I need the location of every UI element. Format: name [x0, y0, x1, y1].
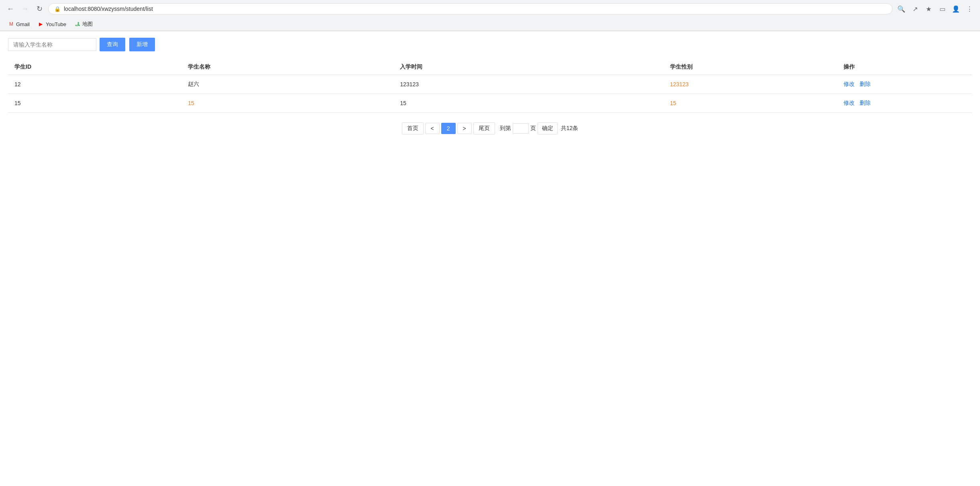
delete-link-1[interactable]: 删除 [860, 81, 871, 87]
browser-toolbar: ← → ↻ 🔒 localhost:8080/xwzyssm/student/l… [0, 0, 980, 18]
table-row: 12 赵六 123123 123123 修改 删除 [8, 75, 972, 94]
first-page-button[interactable]: 首页 [402, 122, 424, 134]
last-page-button[interactable]: 尾页 [473, 122, 495, 134]
cell-name-2: 15 [181, 94, 393, 113]
maps-icon: 🏞 [74, 21, 81, 27]
edit-link-2[interactable]: 修改 [843, 100, 855, 106]
bookmark-youtube[interactable]: ▶ YouTube [35, 20, 69, 28]
bookmark-button[interactable]: ★ [923, 3, 934, 14]
col-header-name: 学生名称 [181, 59, 393, 75]
youtube-icon: ▶ [38, 21, 44, 27]
add-button[interactable]: 新增 [129, 38, 155, 51]
col-header-action: 操作 [837, 59, 972, 75]
search-bar: 查询 新增 [8, 38, 972, 51]
cell-id-1: 12 [8, 75, 181, 94]
cell-time-2: 15 [393, 94, 663, 113]
url-text: localhost:8080/xwzyssm/student/list [64, 6, 153, 12]
total-count: 共12条 [561, 125, 579, 132]
search-input[interactable] [8, 38, 96, 51]
cell-action-2: 修改 删除 [837, 94, 972, 113]
goto-confirm-button[interactable]: 确定 [538, 122, 558, 134]
table-header-row: 学生ID 学生名称 入学时间 学生性别 操作 [8, 59, 972, 75]
current-page-button[interactable]: 2 [441, 123, 456, 134]
split-screen-button[interactable]: ▭ [937, 3, 948, 14]
next-page-button[interactable]: > [457, 123, 472, 134]
address-bar[interactable]: 🔒 localhost:8080/xwzyssm/student/list [48, 3, 892, 14]
gmail-icon: M [8, 21, 14, 27]
profile-button[interactable]: 👤 [950, 3, 962, 14]
menu-button[interactable]: ⋮ [964, 3, 975, 14]
lock-icon: 🔒 [54, 6, 61, 12]
back-button[interactable]: ← [5, 3, 16, 14]
browser-chrome: ← → ↻ 🔒 localhost:8080/xwzyssm/student/l… [0, 0, 980, 31]
bookmark-gmail[interactable]: M Gmail [5, 20, 33, 28]
prev-page-button[interactable]: < [425, 123, 440, 134]
page-content: 查询 新增 学生ID 学生名称 入学时间 学生性别 操作 12 赵六 12312… [0, 31, 980, 141]
query-button[interactable]: 查询 [100, 38, 125, 51]
forward-button[interactable]: → [19, 3, 31, 14]
pagination: 首页 < 2 > 尾页 到第 页 确定 共12条 [8, 122, 972, 134]
table-row: 15 15 15 15 修改 删除 [8, 94, 972, 113]
cell-name-1: 赵六 [181, 75, 393, 94]
cell-action-1: 修改 删除 [837, 75, 972, 94]
cell-gender-1: 123123 [664, 75, 837, 94]
bookmarks-bar: M Gmail ▶ YouTube 🏞 地图 [0, 18, 980, 31]
goto-page: 到第 页 确定 共12条 [500, 122, 579, 134]
cell-time-1: 123123 [393, 75, 663, 94]
bookmark-gmail-label: Gmail [16, 21, 30, 27]
goto-suffix: 页 [530, 125, 536, 132]
data-table: 学生ID 学生名称 入学时间 学生性别 操作 12 赵六 123123 1231… [8, 59, 972, 113]
share-button[interactable]: ↗ [909, 3, 921, 14]
goto-input[interactable] [513, 123, 529, 134]
goto-prefix: 到第 [500, 125, 511, 132]
toolbar-right: 🔍 ↗ ★ ▭ 👤 ⋮ [896, 3, 975, 14]
edit-link-1[interactable]: 修改 [843, 81, 855, 87]
col-header-gender: 学生性别 [664, 59, 837, 75]
reload-button[interactable]: ↻ [34, 3, 45, 14]
cell-id-2: 15 [8, 94, 181, 113]
col-header-time: 入学时间 [393, 59, 663, 75]
bookmark-youtube-label: YouTube [46, 21, 66, 27]
delete-link-2[interactable]: 删除 [860, 100, 871, 106]
bookmark-maps-label: 地图 [82, 20, 93, 28]
cell-gender-2: 15 [664, 94, 837, 113]
bookmark-maps[interactable]: 🏞 地图 [71, 19, 96, 29]
col-header-id: 学生ID [8, 59, 181, 75]
search-button[interactable]: 🔍 [896, 3, 907, 14]
